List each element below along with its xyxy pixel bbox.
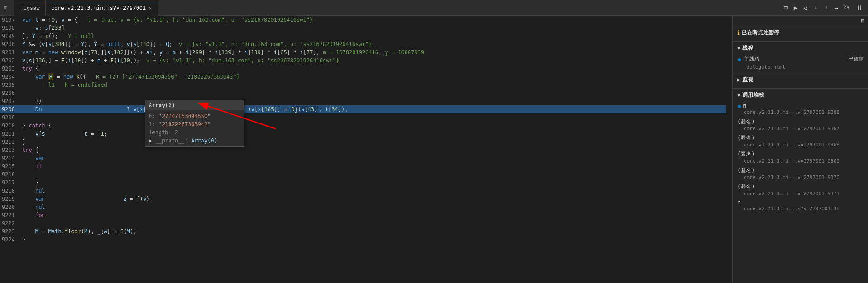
line-number: 9211 bbox=[0, 130, 20, 138]
callstack-label: 调用堆栈 bbox=[742, 91, 764, 99]
watch-collapse-icon[interactable]: ▶ bbox=[737, 77, 741, 83]
callstack-file-n: core.v2.21.3.mi...v=2797001:9208 bbox=[737, 109, 863, 115]
thread-arrow-icon: ◆ bbox=[737, 56, 741, 63]
thread-file: delegate.html bbox=[737, 64, 863, 70]
callstack-item-small-n[interactable]: n core.v2.21.3.mi...s?v=2797001:38 bbox=[737, 198, 863, 213]
tooltip-header: Array(2) bbox=[145, 100, 244, 110]
table-row: 9214 var bbox=[0, 154, 726, 162]
code-text: · l1 h = undefined bbox=[20, 81, 107, 89]
code-text: Y && (v[s[384]] = Y), Y = null, v[s[110]… bbox=[20, 40, 372, 48]
thread-section-header: ▼ 线程 bbox=[737, 44, 863, 52]
table-row: 9204 var R = new k({ R = (2) ["277471530… bbox=[0, 73, 726, 81]
table-row: 9205 · l1 h = undefined bbox=[0, 81, 726, 89]
tab-core[interactable]: core.v2.21.3.min.js?v=2797001 × bbox=[46, 0, 158, 16]
table-row: 9212 } bbox=[0, 138, 726, 146]
callstack-item-anon2[interactable]: (匿名) core.v2.21.3.mi...v=2797001:9368 bbox=[737, 133, 863, 149]
tooltip-popup: Array(2) 0: "27747153094550" 1: "2182226… bbox=[145, 100, 244, 147]
table-row: 9210 } catch { bbox=[0, 122, 726, 130]
line-number: 9199 bbox=[0, 32, 20, 40]
callstack-section: ▼ 调用堆栈 ◆ N core.v2.21.3.mi...v=2797001:9… bbox=[733, 89, 868, 283]
scrollbar[interactable] bbox=[726, 16, 732, 283]
callstack-name-anon2: (匿名) bbox=[737, 134, 863, 142]
callstack-fn-n: N bbox=[743, 103, 746, 109]
code-text: var R = new k({ R = (2) ["27747153094550… bbox=[20, 73, 240, 81]
code-text: v[s[136]] = E(i[10]) + m + E(i[10]); v =… bbox=[20, 57, 339, 65]
callstack-item-anon1[interactable]: (匿名) core.v2.21.3.mi...v=2797001:9367 bbox=[737, 117, 863, 133]
code-text: nul bbox=[20, 187, 45, 195]
tooltip-proto[interactable]: ▶ __proto__: Array(0) bbox=[149, 137, 240, 145]
code-text: } catch { bbox=[20, 122, 52, 130]
table-row: 9220 nul bbox=[0, 203, 726, 211]
step-over-btn[interactable]: ↺ bbox=[802, 3, 809, 12]
tooltip-key-1: 1: bbox=[149, 121, 159, 127]
panel-toolbar-icon: ⊡ bbox=[861, 18, 864, 24]
editor[interactable]: 9197 var t = !0, v = { t = true, v = {v:… bbox=[0, 16, 732, 283]
table-row: 9219 var z = f(v); bbox=[0, 195, 726, 203]
callstack-item-anon5[interactable]: (匿名) core.v2.21.3.mi...v=2797001:9371 bbox=[737, 182, 863, 198]
table-row: 9217 } bbox=[0, 179, 726, 187]
table-row: 9215 if bbox=[0, 162, 726, 170]
table-row: 9223 M = Math.floor(M), _[w] = S(M); bbox=[0, 227, 726, 236]
table-row: 9221 for bbox=[0, 211, 726, 219]
thread-item-main[interactable]: ◆ 主线程 已暂停 bbox=[737, 54, 863, 64]
line-number: 9201 bbox=[0, 48, 20, 57]
deactivate-btn[interactable]: ⟳ bbox=[843, 3, 852, 12]
code-text: }) bbox=[20, 97, 42, 105]
line-number: 9218 bbox=[0, 187, 20, 195]
callstack-file-anon2: core.v2.21.3.mi...v=2797001:9368 bbox=[737, 142, 863, 148]
callstack-item-n[interactable]: ◆ N core.v2.21.3.mi...v=2797001:9208 bbox=[737, 101, 863, 117]
main-thread-label: 主线程 bbox=[744, 55, 760, 63]
callstack-section-header: ▼ 调用堆栈 bbox=[737, 91, 863, 99]
line-number: 9200 bbox=[0, 40, 20, 48]
tooltip-value-0: "27747153094550" bbox=[159, 113, 211, 119]
line-number: 9220 bbox=[0, 203, 20, 211]
tab-core-label: core.v2.21.3.min.js?v=2797001 bbox=[51, 5, 146, 11]
callstack-item-anon3[interactable]: (匿名) core.v2.21.3.mi...v=2797001:9369 bbox=[737, 149, 863, 165]
tooltip-proto-key: __proto__: bbox=[155, 137, 191, 144]
tooltip-value-1: "21822267363942" bbox=[159, 121, 211, 127]
table-row: 9218 nul bbox=[0, 187, 726, 195]
table-row: 9224 } bbox=[0, 236, 726, 244]
right-panel-toolbar: ⊡ bbox=[733, 16, 868, 26]
line-number: 9197 bbox=[0, 16, 20, 24]
line-number: 9219 bbox=[0, 195, 20, 203]
tooltip-proto-value: Array(0) bbox=[191, 137, 217, 144]
line-number: 9217 bbox=[0, 179, 20, 187]
tooltip-key-0: 0: bbox=[149, 113, 159, 119]
callstack-item-anon4[interactable]: (匿名) core.v2.21.3.mi...v=2797001:9370 bbox=[737, 165, 863, 182]
right-panel: ⊡ ℹ 已在断点处暂停 ▼ 线程 ◆ 主线程 已暂停 delegate.html bbox=[732, 16, 868, 283]
tooltip-item-0[interactable]: 0: "27747153094550" bbox=[149, 112, 240, 120]
callstack-name-anon1: (匿名) bbox=[737, 118, 863, 126]
pause-btn[interactable]: ⊟ bbox=[782, 3, 789, 12]
line-number: 9203 bbox=[0, 65, 20, 73]
step-btn[interactable]: → bbox=[833, 3, 840, 12]
tooltip-length: length: 2 bbox=[149, 128, 240, 137]
callstack-file-small-n: core.v2.21.3.mi...s?v=2797001:38 bbox=[737, 206, 863, 212]
watch-section: ▶ 监视 bbox=[733, 73, 868, 89]
watch-label: 监视 bbox=[742, 76, 753, 84]
code-text: } bbox=[20, 138, 25, 146]
callstack-name-anon3: (匿名) bbox=[737, 151, 863, 158]
line-number: 9222 bbox=[0, 219, 20, 227]
tab-close-icon[interactable]: × bbox=[148, 5, 152, 12]
tab-bar-right: ⊟ ▶ ↺ ⬇ ⬆ → ⟳ ⏸ bbox=[778, 3, 868, 12]
callstack-file-anon1: core.v2.21.3.mi...v=2797001:9367 bbox=[737, 126, 863, 132]
thread-collapse-icon[interactable]: ▼ bbox=[737, 45, 741, 51]
tab-jigsaw[interactable]: jigsaw bbox=[14, 0, 45, 16]
table-row: 9203 try { bbox=[0, 65, 726, 73]
thread-section: ▼ 线程 ◆ 主线程 已暂停 delegate.html bbox=[733, 42, 868, 73]
table-row: 9201 var m = new window[c[73]][s[182]]()… bbox=[0, 48, 726, 57]
thread-label: 线程 bbox=[742, 44, 753, 52]
table-row: 9213 try { bbox=[0, 146, 726, 154]
code-text: var m = new window[c[73]][s[182]]() + ai… bbox=[20, 48, 424, 57]
code-text: var bbox=[20, 154, 45, 162]
callstack-name-anon4: (匿名) bbox=[737, 167, 863, 175]
callstack-collapse-icon[interactable]: ▼ bbox=[737, 92, 741, 98]
step-into-btn[interactable]: ⬇ bbox=[812, 3, 820, 12]
code-text: M = Math.floor(M), _[w] = S(M); bbox=[20, 227, 137, 236]
code-text: v[s t = !1; bbox=[20, 130, 107, 138]
resume-btn[interactable]: ▶ bbox=[792, 3, 799, 12]
more-btn[interactable]: ⏸ bbox=[854, 3, 864, 12]
tooltip-item-1[interactable]: 1: "21822267363942" bbox=[149, 120, 240, 128]
step-out-btn[interactable]: ⬆ bbox=[822, 3, 830, 12]
